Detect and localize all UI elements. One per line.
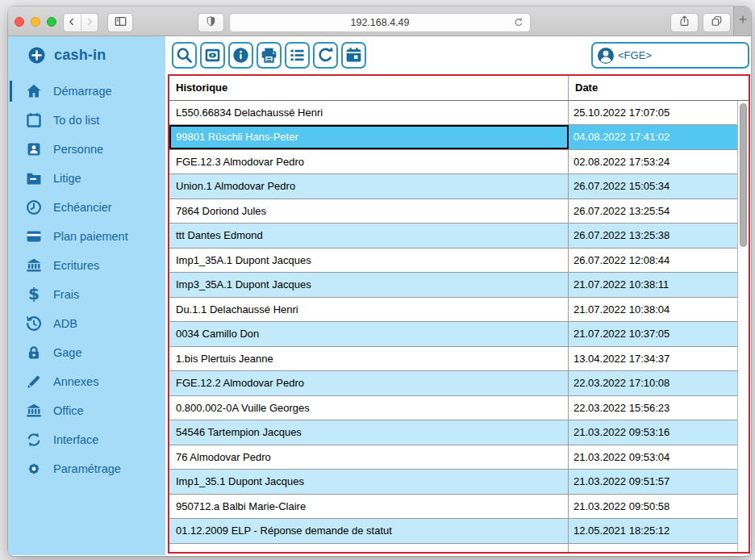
cell-date[interactable]: 21.07.2022 10:37:05 (569, 322, 738, 346)
window-controls (15, 17, 56, 27)
info-button[interactable] (228, 42, 253, 69)
cell-historique[interactable]: FGE.12.2 Almodovar Pedro (169, 371, 569, 395)
table-row[interactable]: 99801 Rüschli Hans-Peter04.08.2022 17:41… (169, 125, 738, 150)
column-header-historique[interactable]: Historique (169, 76, 569, 100)
table-row[interactable]: Imp3_35A.1 Dupont Jacques21.07.2022 10:3… (169, 273, 738, 298)
sidebar-item-to-do-list[interactable]: To do list (8, 106, 165, 135)
cell-historique[interactable]: ttt Dantes Edmond (169, 224, 569, 248)
print-button[interactable] (257, 42, 282, 69)
cell-historique[interactable]: Imp3_35A.1 Dupont Jacques (169, 273, 569, 297)
sidebar-item-ech-ancier[interactable]: Echéancier (8, 193, 165, 222)
cell-historique[interactable]: 76 Almodovar Pedro (169, 445, 569, 470)
scrollbar-thumb[interactable] (740, 103, 747, 247)
chevron-left-icon (67, 15, 77, 30)
sidebar-item-label: Personne (53, 143, 103, 156)
user-chip[interactable]: <FGE> (591, 42, 749, 69)
cell-date[interactable]: 21.03.2022 09:51:57 (569, 470, 738, 494)
address-bar[interactable]: 192.168.4.49 (229, 13, 531, 32)
sidebar-item-param-trage[interactable]: Paramétrage (8, 454, 165, 483)
cell-date[interactable]: 26.07.2022 13:25:38 (569, 224, 738, 248)
zoom-window-button[interactable] (47, 17, 56, 27)
cell-date[interactable]: 21.03.2022 09:50:58 (569, 495, 738, 519)
cell-historique[interactable]: Imp1_35A.1 Dupont Jacques (169, 249, 569, 273)
table-row[interactable]: 01.12.2009 ELP - Réponse demande de stat… (169, 519, 738, 544)
column-header-date[interactable]: Date (569, 76, 749, 100)
list-button[interactable] (285, 42, 310, 69)
cell-historique[interactable]: 1.bis Plertuis Jeanne (169, 347, 569, 371)
close-window-button[interactable] (15, 17, 24, 27)
refresh-button[interactable] (313, 42, 338, 69)
search-button[interactable] (172, 42, 197, 69)
chevron-right-icon (85, 15, 94, 30)
forward-button[interactable] (81, 14, 98, 31)
sidebar-item-ecritures[interactable]: Ecritures (8, 251, 165, 280)
cell-date[interactable]: 13.04.2022 17:34:37 (569, 347, 738, 371)
table-row[interactable]: Imp1_35.1 Dupont Jacques21.03.2022 09:51… (169, 470, 738, 495)
cell-date[interactable]: 25.10.2022 17:07:05 (569, 101, 738, 125)
table-row[interactable]: FGE.12.3 Almodovar Pedro02.08.2022 17:53… (169, 150, 738, 175)
cell-historique[interactable]: Imp1_35.1 Dupont Jacques (169, 470, 569, 494)
table-row[interactable]: Union.1 Almodovar Pedro26.07.2022 15:05:… (169, 174, 738, 199)
calendar-button[interactable] (341, 42, 366, 69)
new-tab-button[interactable] (733, 6, 751, 36)
cell-date[interactable]: 02.08.2022 17:53:24 (569, 150, 738, 174)
table-row[interactable]: Du.1.1 Delachaussé Henri21.07.2022 10:38… (169, 298, 738, 323)
cell-date[interactable]: 26.07.2022 13:25:54 (569, 199, 738, 224)
browser-window: 192.168.4.49 cash-in DémarrageTo do list… (8, 6, 751, 556)
table-row[interactable]: ttt Dantes Edmond26.07.2022 13:25:38 (169, 224, 738, 249)
cell-historique[interactable]: 99801 Rüschli Hans-Peter (169, 125, 569, 149)
cell-date[interactable]: 26.07.2022 15:05:34 (569, 174, 738, 199)
table-row[interactable]: 0.800.002-0A Vuille Georges22.03.2022 15… (169, 396, 738, 421)
minimize-window-button[interactable] (31, 17, 40, 27)
sidebar-item-gage[interactable]: Gage (8, 338, 165, 367)
cell-historique[interactable]: FGE.12.3 Almodovar Pedro (169, 150, 569, 174)
sidebar-item-adb[interactable]: ADB (8, 309, 165, 338)
table-row[interactable]: 950712.a Balbi Marie-Claire21.03.2022 09… (169, 495, 738, 520)
cell-date[interactable]: 04.08.2022 17:41:02 (569, 125, 738, 149)
table-row[interactable]: 1.bis Plertuis Jeanne13.04.2022 17:34:37 (169, 347, 738, 372)
cell-historique[interactable]: Union.1 Almodovar Pedro (169, 174, 569, 199)
tabs-overview-button[interactable] (703, 13, 731, 32)
cell-historique[interactable]: 0.800.002-0A Vuille Georges (169, 396, 569, 420)
sidebar-toggle-button[interactable] (107, 13, 133, 32)
sidebar-item-frais[interactable]: $Frais (8, 280, 165, 309)
sidebar-item-d-marrage[interactable]: Démarrage (8, 77, 165, 106)
table-row[interactable]: L550.66834 Delachaussé Henri25.10.2022 1… (169, 101, 738, 126)
table-row[interactable]: 0034 Camillo Don21.07.2022 10:37:05 (169, 322, 738, 347)
table-row[interactable]: 7864 Doriond Jules26.07.2022 13:25:54 (169, 199, 738, 224)
sidebar-item-interface[interactable]: Interface (8, 425, 165, 454)
sidebar-item-label: To do list (53, 114, 99, 127)
sidebar-item-litige[interactable]: Litige (8, 164, 165, 193)
privacy-shield-button[interactable] (198, 13, 224, 32)
reload-button[interactable] (513, 17, 524, 28)
cell-date[interactable]: 12.05.2021 18:25:12 (569, 519, 738, 543)
page-content: cash-in DémarrageTo do listPersonneLitig… (8, 36, 751, 555)
sidebar-item-plan-paiement[interactable]: Plan paiement (8, 222, 165, 251)
sidebar-item-annexes[interactable]: Annexes (8, 367, 165, 396)
table-row[interactable]: 54546 Tartempion Jacques21.03.2022 09:53… (169, 420, 738, 445)
app-title: cash-in (54, 47, 106, 64)
cell-historique[interactable]: 7864 Doriond Jules (169, 199, 569, 224)
cell-date[interactable]: 22.03.2022 15:56:23 (569, 396, 738, 420)
cell-historique[interactable]: 950712.a Balbi Marie-Claire (169, 495, 569, 519)
cell-historique[interactable]: 0034 Camillo Don (169, 322, 569, 346)
cell-historique[interactable]: L550.66834 Delachaussé Henri (169, 101, 569, 125)
back-button[interactable] (64, 14, 81, 31)
cell-date[interactable]: 22.03.2022 17:10:08 (569, 371, 738, 395)
cell-date[interactable]: 26.07.2022 12:08:44 (569, 249, 738, 273)
sidebar-item-personne[interactable]: Personne (8, 135, 165, 164)
cell-date[interactable]: 21.07.2022 10:38:11 (569, 273, 738, 297)
cell-date[interactable]: 21.07.2022 10:38:04 (569, 298, 738, 322)
cell-date[interactable]: 21.03.2022 09:53:16 (569, 420, 738, 445)
share-button[interactable] (670, 13, 699, 32)
pencil-icon (25, 373, 43, 391)
cell-historique[interactable]: 54546 Tartempion Jacques (169, 420, 569, 445)
sidebar-item-office[interactable]: Office (8, 396, 165, 425)
table-row[interactable]: 76 Almodovar Pedro21.03.2022 09:53:04 (169, 445, 738, 470)
preview-button[interactable] (200, 42, 225, 69)
table-row[interactable]: Imp1_35A.1 Dupont Jacques26.07.2022 12:0… (169, 249, 738, 274)
cell-date[interactable]: 21.03.2022 09:53:04 (569, 445, 738, 470)
table-row[interactable]: FGE.12.2 Almodovar Pedro22.03.2022 17:10… (169, 371, 738, 396)
cell-historique[interactable]: Du.1.1 Delachaussé Henri (169, 298, 569, 322)
cell-historique[interactable]: 01.12.2009 ELP - Réponse demande de stat… (169, 519, 569, 543)
